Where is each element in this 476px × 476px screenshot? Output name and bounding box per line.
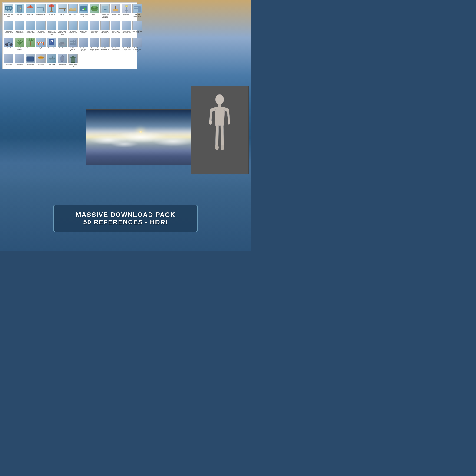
grid-item-large-hotel-side-right[interactable]: Large Hotel Scematic Side Right — [57, 20, 68, 35]
svg-point-91 — [228, 120, 230, 125]
grid-item-door[interactable]: basic door — [14, 4, 25, 19]
grid-item-beach-bar[interactable]: beach bar — [25, 4, 35, 19]
svg-rect-68 — [70, 42, 72, 43]
grid-item-large-hotel-top[interactable]: Large Hotel Scematic Top — [68, 20, 78, 35]
thumb-large-hotel-large — [4, 21, 14, 30]
grid-item-main-side-rear[interactable]: Main Image Side View rear — [111, 20, 121, 35]
grid-item-large-hotel-large[interactable]: Large Hotel Balcony Large — [4, 20, 14, 35]
grid-item-solar[interactable]: Solar Panels — [25, 54, 35, 67]
grid-item-small-hotel-ext[interactable]: Small Hotel Balcony Extention — [68, 37, 78, 52]
thumb-large-hotel-corner — [133, 4, 142, 14]
svg-rect-82 — [62, 61, 63, 62]
grid-item-ac[interactable]: Air Conditioning Units — [4, 4, 14, 19]
grid-item-large-hotel-front[interactable]: Large Hotel Scematic Front — [25, 20, 35, 35]
thumb-large-hotel-top — [68, 21, 78, 30]
grid-item-parking-barrier[interactable]: Parking Barrier — [36, 37, 46, 52]
svg-rect-89 — [218, 104, 221, 107]
grid-item-main-side-left[interactable]: Main Image Side View Left — [100, 20, 110, 35]
grid-item-small-hotel-side-right[interactable]: Small Hotel Scematic Side Right — [132, 37, 142, 52]
thumb-label-sun-shader: Sun Shader — [37, 64, 44, 65]
thumb-lamp — [122, 4, 131, 14]
thumb-solar — [26, 54, 35, 64]
thumb-large-hotel-side-right — [58, 21, 67, 30]
thumb-label-large-hotel-side-right: Large Hotel Scematic Side Right — [58, 31, 67, 35]
grid-item-tiger-shark[interactable]: Tiger Shark — [47, 54, 57, 67]
thumb-label-deck: Deck Chairs — [69, 14, 76, 15]
grid-item-sun-shader[interactable]: Sun Shader — [36, 54, 46, 67]
thumb-small-hotel-part — [79, 38, 88, 47]
svg-rect-69 — [72, 42, 73, 43]
grid-item-deck[interactable]: Deck Chairs — [68, 4, 78, 19]
grid-item-water-heater[interactable]: Water Heater — [57, 54, 68, 67]
hdri-panel[interactable] — [86, 109, 195, 165]
svg-rect-54 — [38, 42, 39, 43]
thumb-label-large-hotel-corner: Large Hotel Balcony Corner — [133, 14, 142, 17]
thumb-label-solar: Solar Panels — [27, 64, 34, 65]
thumb-large-hotel-small — [15, 21, 24, 30]
grid-item-main-top[interactable]: Main Image Top View — [132, 20, 142, 35]
grid-item-small-hotel-front[interactable]: Small Hotel Scematic Front — [100, 37, 110, 52]
grid-item-small-hotel-windows[interactable]: Small Hotel Windows — [14, 54, 25, 67]
grid-item-empty4 — [111, 54, 121, 67]
svg-rect-66 — [72, 40, 73, 41]
grid-item-main-front[interactable]: Main Image Front View — [89, 20, 100, 35]
grid-item-small-hotel-part[interactable]: Small Hotel Balcony Partition — [79, 37, 89, 52]
grid-item-hammer[interactable]: TOPHammer Head Ariel View Reference — [100, 4, 110, 19]
grid-item-moped[interactable]: Moped — [4, 37, 14, 52]
thumb-label-moped: Moped — [7, 47, 11, 49]
thumb-label-small-hotel-ext: Small Hotel Balcony Extention — [68, 47, 78, 52]
grid-item-bench[interactable]: Bench — [57, 4, 68, 19]
grid-item-handrail[interactable]: beach hand rail — [36, 4, 46, 19]
svg-point-32 — [93, 6, 96, 8]
svg-rect-65 — [70, 40, 72, 41]
grid-item-main-side-right[interactable]: Main Image Side View Right — [121, 20, 132, 35]
text-line1: MASSIVE DOWNLOAD PACK — [64, 211, 187, 219]
grid-item-palm-leaves[interactable]: Palm Tree Leaves — [14, 37, 25, 52]
thumb-deck — [68, 4, 78, 14]
thumb-foliage — [90, 4, 99, 14]
grid-item-small-hotel-top[interactable]: Small Hotel Scematic Top — [4, 54, 14, 67]
svg-rect-56 — [42, 42, 43, 43]
thumb-small-hotel-top — [4, 54, 14, 64]
grid-item-small-hotel-sq[interactable]: Small hotel Balcony Square Double — [89, 37, 100, 52]
svg-rect-3 — [10, 7, 11, 9]
grid-item-exit[interactable]: EXITexit and arrow sign — [79, 4, 89, 19]
grid-item-large-hotel-small[interactable]: Large Hotel Balcony Small — [14, 20, 25, 35]
thumb-label-hotdog: Hotdog Stand — [112, 14, 120, 15]
grid-item-large-hotel-corner[interactable]: Large Hotel Balcony Corner — [132, 4, 142, 19]
thumb-label-large-hotel-rear: Large Hotel Scematic rear — [36, 31, 46, 34]
thumb-main-side-rear — [111, 21, 120, 30]
thumb-label-door: basic door — [17, 14, 22, 15]
hdri-image — [86, 110, 195, 165]
grid-item-empty1 — [79, 54, 89, 67]
grid-item-wheely-bin[interactable]: Wheely Bin & Bags — [68, 54, 78, 67]
thumb-label-bench: Bench — [60, 14, 64, 15]
svg-rect-45 — [136, 7, 138, 8]
thumb-label-small-hotel-side-right: Small Hotel Scematic Side Right — [133, 47, 142, 52]
thumb-small-hotel-front — [101, 38, 110, 47]
thumb-label-wheely-bin: Wheely Bin & Bags — [68, 64, 78, 67]
grid-item-foliage[interactable]: Foliage — [89, 4, 100, 19]
grid-item-palm-tree[interactable]: Palm tree — [25, 37, 35, 52]
thumb-palm-tree — [26, 38, 35, 47]
grid-item-large-hotel-side-left[interactable]: Large Hotel Scematic Side Left — [47, 20, 57, 35]
grid-item-large-hotel-rear[interactable]: Large Hotel Scematic rear — [36, 20, 46, 35]
grid-item-sea-rocks[interactable]: Sea Rocks — [57, 37, 68, 52]
grid-item-lamp[interactable]: Lamp Post — [121, 4, 132, 19]
thumb-sea-rocks — [58, 38, 67, 47]
grid-item-small-hotel-rear[interactable]: Small Hotel Scematic rear — [111, 37, 121, 52]
grid-item-parking-sign[interactable]: PParking Sign — [47, 37, 57, 52]
svg-rect-57 — [38, 43, 39, 45]
thumb-handrail — [36, 4, 46, 14]
grid-item-large-hotel-windows[interactable]: Large Hotel Windows — [79, 20, 89, 35]
grid-item-small-hotel-side-left[interactable]: Small Hotel Scematic Side Left — [121, 37, 132, 52]
grid-item-hotdog[interactable]: Hotdog Stand — [111, 4, 121, 19]
thumb-label-tiger-shark: Tiger Shark — [48, 64, 55, 65]
thumb-label-small-hotel-rear: Small Hotel Scematic rear — [111, 47, 120, 50]
svg-rect-47 — [136, 9, 138, 10]
grid-item-props[interactable]: Beach Props — [47, 4, 57, 19]
thumb-main-side-left — [101, 21, 110, 30]
row-gap — [4, 36, 142, 37]
svg-rect-46 — [134, 9, 136, 10]
svg-line-52 — [30, 41, 31, 46]
